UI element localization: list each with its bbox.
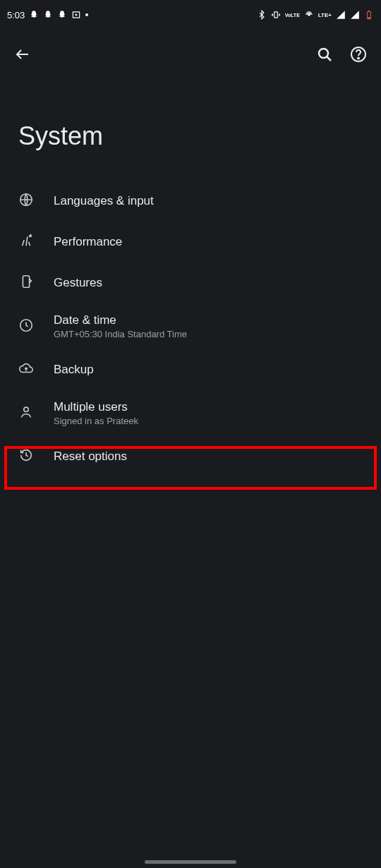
snapchat-icon bbox=[57, 10, 67, 20]
svg-text:R: R bbox=[351, 11, 354, 15]
signal-roaming-icon: R bbox=[350, 10, 360, 20]
back-button[interactable] bbox=[14, 46, 31, 63]
search-button[interactable] bbox=[316, 46, 333, 63]
vibrate-icon bbox=[271, 10, 281, 20]
row-label: Gestures bbox=[54, 276, 363, 290]
status-bar: 5:03 VoLTE LTE+ R bbox=[0, 0, 381, 30]
battery-low-icon bbox=[364, 10, 374, 20]
lte-plus-icon: LTE+ bbox=[318, 12, 332, 18]
svg-point-4 bbox=[308, 14, 310, 16]
svg-point-9 bbox=[319, 49, 328, 58]
settings-list: Languages & input Performance Gestures D… bbox=[0, 181, 381, 477]
globe-icon bbox=[18, 192, 34, 210]
cloud-upload-icon bbox=[18, 361, 34, 379]
clock-icon bbox=[18, 318, 34, 336]
row-label: Performance bbox=[54, 235, 363, 249]
row-label: Reset options bbox=[54, 450, 363, 464]
svg-rect-3 bbox=[274, 12, 277, 18]
bluetooth-icon bbox=[257, 10, 267, 20]
row-languages-input[interactable]: Languages & input bbox=[0, 181, 381, 222]
person-icon bbox=[18, 404, 34, 423]
row-backup[interactable]: Backup bbox=[0, 349, 381, 390]
home-indicator[interactable] bbox=[145, 860, 236, 864]
row-label: Date & time bbox=[54, 313, 363, 327]
gestures-icon bbox=[18, 274, 34, 292]
status-time: 5:03 bbox=[7, 10, 25, 20]
svg-point-15 bbox=[24, 407, 28, 411]
row-subtitle: Signed in as Prateek bbox=[54, 416, 363, 426]
signal-icon bbox=[336, 10, 346, 20]
row-label: Backup bbox=[54, 363, 363, 377]
status-right: VoLTE LTE+ R bbox=[257, 10, 374, 20]
svg-point-11 bbox=[358, 58, 359, 59]
help-button[interactable] bbox=[350, 46, 367, 63]
row-label: Multiple users bbox=[54, 400, 363, 414]
performance-icon bbox=[18, 233, 34, 251]
status-left: 5:03 bbox=[7, 10, 88, 20]
svg-rect-13 bbox=[23, 276, 29, 288]
svg-rect-7 bbox=[368, 11, 370, 11]
row-gestures[interactable]: Gestures bbox=[0, 263, 381, 303]
row-multiple-users[interactable]: Multiple users Signed in as Prateek bbox=[0, 390, 381, 436]
row-date-time[interactable]: Date & time GMT+05:30 India Standard Tim… bbox=[0, 303, 381, 349]
picture-in-picture-icon bbox=[71, 10, 81, 20]
row-label: Languages & input bbox=[54, 194, 363, 208]
restore-icon bbox=[18, 447, 34, 466]
row-performance[interactable]: Performance bbox=[0, 222, 381, 263]
more-notifications-dot bbox=[85, 13, 88, 16]
snapchat-icon bbox=[29, 10, 39, 20]
hotspot-icon bbox=[304, 10, 314, 20]
row-subtitle: GMT+05:30 India Standard Time bbox=[54, 329, 363, 339]
volte-icon: VoLTE bbox=[285, 13, 300, 18]
app-toolbar bbox=[0, 30, 381, 79]
snapchat-icon bbox=[43, 10, 53, 20]
svg-rect-8 bbox=[368, 18, 370, 19]
row-reset-options[interactable]: Reset options bbox=[0, 436, 381, 477]
page-title: System bbox=[0, 79, 381, 181]
